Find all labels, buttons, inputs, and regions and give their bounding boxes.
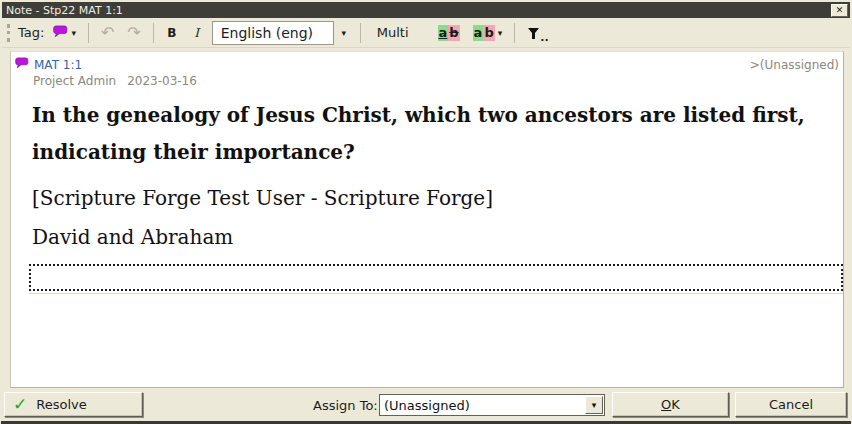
filter-dots: .. [540, 33, 548, 42]
language-value[interactable]: English (eng) [212, 21, 334, 45]
checkmark-icon: ✓ [13, 396, 27, 413]
title-bar[interactable]: Note - Stp22 MAT 1:1 ✕ [2, 2, 850, 18]
toolbar-grip-handle[interactable] [7, 24, 10, 42]
reply-input[interactable] [29, 264, 843, 291]
highlight-b-glyph: b [448, 25, 459, 41]
note-meta: Project Admin2023-03-16 [33, 74, 839, 88]
ok-label-key: O [661, 397, 671, 412]
resolve-label: Resolve [36, 397, 86, 412]
note-date: 2023-03-16 [127, 74, 197, 88]
filter-funnel-icon [528, 27, 539, 42]
bold-button[interactable]: B [162, 22, 182, 44]
reply-divider [29, 291, 843, 294]
comment-balloon-icon [15, 57, 29, 72]
scripture-reference[interactable]: MAT 1:1 [34, 58, 82, 72]
note-thread: MAT 1:1 >(Unassigned) Project Admin2023-… [10, 51, 844, 388]
highlight-a-glyph: a [438, 25, 449, 41]
language-dropdown-icon[interactable]: ▾ [336, 22, 352, 44]
note-content-area: MAT 1:1 >(Unassigned) Project Admin2023-… [2, 49, 850, 388]
reply-row [29, 264, 843, 294]
resolve-button[interactable]: ✓ Resolve [4, 392, 143, 417]
assign-to-label: Assign To: [313, 398, 378, 413]
note-attribution-text: [Scripture Forge Test User - Scripture F… [32, 186, 829, 210]
note-toolbar: Tag: ▾ ↶ ↷ B I English (eng) ▾ Multi ab … [2, 18, 850, 48]
assignee-value: (Unassigned) [380, 398, 585, 413]
undo-button[interactable]: ↶ [97, 22, 118, 44]
redo-icon: ↷ [127, 25, 140, 41]
highlight-button[interactable]: ab ▾ [469, 23, 507, 43]
undo-icon: ↶ [101, 25, 114, 41]
note-dialog-window: Note - Stp22 MAT 1:1 ✕ Tag: ▾ ↶ ↷ B I En… [0, 0, 852, 424]
ok-button[interactable]: OK [612, 392, 729, 417]
toolbar-separator [360, 23, 361, 43]
chevron-down-icon: ▾ [71, 28, 76, 38]
toolbar-separator [514, 23, 515, 43]
highlight-strikethrough-button[interactable]: ab [434, 23, 464, 43]
cancel-button[interactable]: Cancel [735, 392, 847, 417]
toolbar-separator [425, 23, 426, 43]
tag-balloon-button[interactable]: ▾ [49, 22, 80, 44]
chevron-down-icon: ▾ [498, 25, 503, 41]
ok-label-rest: K [671, 397, 680, 412]
highlight-b-glyph: b [483, 25, 494, 41]
assignee-dropdown-icon[interactable]: ▾ [585, 396, 603, 414]
filter-button[interactable]: .. [523, 23, 553, 43]
toolbar-separator [153, 23, 154, 43]
comment-balloon-icon [53, 25, 68, 41]
note-answer-text: David and Abraham [32, 225, 829, 249]
language-combobox[interactable]: English (eng) ▾ [212, 21, 352, 45]
italic-button[interactable]: I [187, 22, 207, 44]
highlight-a-glyph: a [473, 25, 484, 41]
multi-button[interactable]: Multi [369, 22, 417, 44]
redo-button[interactable]: ↷ [123, 22, 144, 44]
note-question-text: In the genealogy of Jesus Christ, which … [32, 97, 829, 171]
assignment-status: >(Unassigned) [750, 58, 839, 72]
note-author: Project Admin [33, 74, 116, 88]
toolbar-separator [88, 23, 89, 43]
assign-to-combobox[interactable]: (Unassigned) ▾ [379, 394, 605, 416]
note-header: MAT 1:1 >(Unassigned) [15, 57, 839, 72]
window-title: Note - Stp22 MAT 1:1 [6, 4, 123, 17]
tag-label: Tag: [18, 25, 44, 40]
dialog-footer: ✓ Resolve Assign To: (Unassigned) ▾ OK C… [2, 388, 850, 421]
close-icon[interactable]: ✕ [831, 4, 848, 17]
